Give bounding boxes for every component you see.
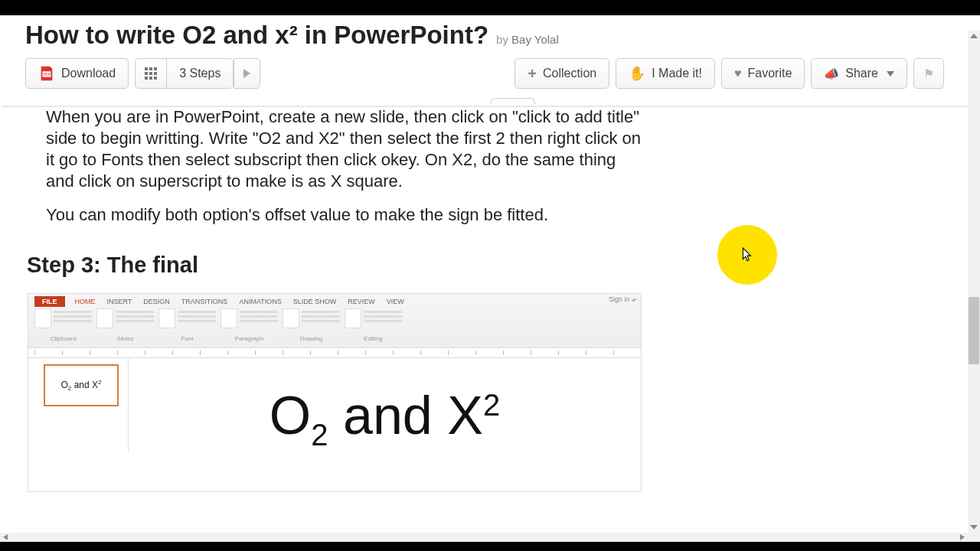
ppt-tab: INSERT <box>106 296 134 307</box>
ppt-slide-canvas: O2 and X2 <box>128 358 641 452</box>
ppt-thumb-text: O2 and X2 <box>61 379 102 392</box>
ppt-tab: SLIDE SHOW <box>292 296 338 307</box>
vertical-scrollbar[interactable] <box>968 31 980 533</box>
scroll-track[interactable] <box>968 41 980 522</box>
next-step-button[interactable] <box>234 58 260 89</box>
share-button[interactable]: 📣 Share <box>811 58 907 89</box>
author-link[interactable]: Bay Yolal <box>511 33 559 46</box>
paragraph: You can modify both option's offset valu… <box>46 204 645 226</box>
page: How to write O2 and x² in PowerPoint? by… <box>2 15 967 533</box>
article-body: When you are in PowerPoint, create a new… <box>2 93 645 226</box>
i-made-it-button[interactable]: ✋ I Made it! <box>616 58 715 89</box>
ppt-slide-thumb: O2 and X2 <box>44 364 119 406</box>
ppt-ribbon-group: Clipboard <box>34 308 92 342</box>
ppt-ribbon-group: Paragraph <box>220 308 278 342</box>
hand-icon: ✋ <box>629 65 645 82</box>
ppt-tabs: FILEHOMEINSERTDESIGNTRANSITIONSANIMATION… <box>28 294 641 307</box>
cursor-icon <box>742 247 753 262</box>
header-divider <box>2 106 967 107</box>
ppt-ribbon-group: Font <box>158 308 216 342</box>
ppt-ribbon-group: Drawing <box>283 308 340 342</box>
ppt-tab: ANIMATIONS <box>237 296 283 307</box>
browser-viewport: How to write O2 and x² in PowerPoint? by… <box>0 15 980 542</box>
made-it-label: I Made it! <box>652 67 702 80</box>
scroll-up-button[interactable] <box>968 31 980 41</box>
ppt-slide-text: O2 and X2 <box>270 385 500 452</box>
download-button[interactable]: PDF Download <box>25 58 129 89</box>
megaphone-icon: 📣 <box>824 67 839 81</box>
scroll-thumb[interactable] <box>969 297 979 364</box>
scroll-right-button[interactable] <box>957 533 968 542</box>
grid-view-button[interactable] <box>135 58 166 89</box>
step-heading: Step 3: The final <box>27 253 967 278</box>
svg-text:PDF: PDF <box>43 72 52 77</box>
horizontal-scrollbar[interactable] <box>0 533 968 542</box>
ppt-ribbon-group: Editing <box>345 308 402 342</box>
action-bar: PDF Download 3 Steps <box>25 58 944 89</box>
favorite-label: Favorite <box>748 67 792 80</box>
heart-icon: ♥ <box>734 67 742 80</box>
collapse-tab[interactable] <box>491 98 535 104</box>
ppt-tab: TRANSITIONS <box>180 296 230 307</box>
chevron-right-icon <box>243 69 250 78</box>
page-title: How to write O2 and x² in PowerPoint? <box>25 21 488 49</box>
article-header: How to write O2 and x² in PowerPoint? by… <box>2 15 967 93</box>
ppt-ribbon-group: Slides <box>96 308 154 342</box>
ppt-tab: FILE <box>34 296 65 307</box>
download-label: Download <box>61 67 116 80</box>
collection-button[interactable]: + Collection <box>514 58 609 89</box>
byline: by Bay Yolal <box>496 33 559 46</box>
step-image[interactable]: FILEHOMEINSERTDESIGNTRANSITIONSANIMATION… <box>28 293 642 492</box>
ppt-ruler <box>28 347 641 358</box>
ppt-tab: HOME <box>74 296 97 307</box>
plus-icon: + <box>528 66 537 81</box>
flag-icon: ⚑ <box>923 67 934 81</box>
ppt-tab: VIEW <box>385 296 406 307</box>
scroll-down-button[interactable] <box>968 522 980 533</box>
scroll-left-button[interactable] <box>0 533 11 542</box>
steps-label: 3 Steps <box>179 67 220 80</box>
pdf-icon: PDF <box>38 65 55 82</box>
share-label: Share <box>845 67 878 80</box>
cursor-highlight <box>717 225 777 285</box>
steps-button[interactable]: 3 Steps <box>166 58 234 89</box>
collection-label: Collection <box>543 67 596 80</box>
ppt-tab: REVIEW <box>346 296 377 307</box>
ppt-ribbon-groups: ClipboardSlidesFontParagraphDrawingEditi… <box>28 307 641 342</box>
ppt-thumb-rail: O2 and X2 <box>28 358 128 452</box>
ppt-ribbon: FILEHOMEINSERTDESIGNTRANSITIONSANIMATION… <box>28 294 641 347</box>
favorite-button[interactable]: ♥ Favorite <box>721 58 805 89</box>
ppt-tab: DESIGN <box>142 296 172 307</box>
grid-icon <box>145 67 157 80</box>
paragraph: When you are in PowerPoint, create a new… <box>46 106 645 192</box>
caret-down-icon <box>887 71 894 77</box>
ppt-signin: Sign in ⬐ <box>609 295 638 303</box>
flag-button[interactable]: ⚑ <box>913 58 944 89</box>
scroll-corner <box>968 533 980 542</box>
